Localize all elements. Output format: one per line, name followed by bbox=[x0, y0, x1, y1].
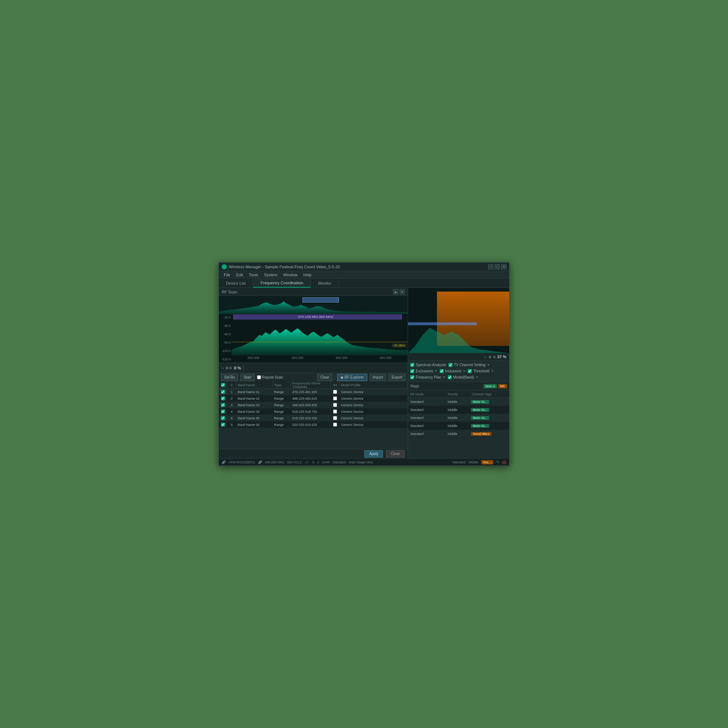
badge-8pte2[interactable]: 8pte-2 bbox=[483, 384, 497, 388]
checkbox-model-band[interactable]: Model(Band) ▼ bbox=[448, 375, 478, 379]
cb-tv-channel[interactable] bbox=[448, 363, 453, 367]
cb-exclusions-label: Exclusions bbox=[416, 369, 433, 373]
ch-priority-5: Middle bbox=[448, 432, 470, 436]
col-header-im: IM bbox=[331, 381, 340, 388]
menu-tools[interactable]: Tools bbox=[246, 271, 262, 278]
sel-rx-button[interactable]: Sel Rx bbox=[221, 374, 238, 381]
band-table: # Band Name Type Frequencies Above Thres… bbox=[219, 381, 408, 458]
rf-scan-header: RF Scan ▲ ✕ bbox=[219, 288, 408, 296]
rf-scan-expand-button[interactable]: ▲ bbox=[393, 289, 398, 294]
ch-rfmode-2: Standard bbox=[410, 408, 446, 412]
cb-spectrum-analyzer[interactable] bbox=[410, 363, 414, 367]
rf-scan-close-button[interactable]: ✕ bbox=[400, 289, 405, 294]
rf-scan-panel: RF Scan ▲ ✕ bbox=[219, 288, 408, 458]
ch-tags-badge-3[interactable]: Main St... bbox=[471, 416, 489, 420]
model-band-chevron[interactable]: ▼ bbox=[476, 376, 478, 379]
close-button[interactable]: ✕ bbox=[501, 264, 506, 269]
export-button[interactable]: Export bbox=[388, 374, 405, 381]
status-val2: 0 bbox=[313, 460, 315, 464]
exclusions-chevron[interactable]: ▼ bbox=[434, 369, 437, 373]
main-spectrum[interactable]: -20.0 -40.0 -60.0 -80.0 -100.0 -120.0 bbox=[219, 314, 408, 362]
clear-button[interactable]: Clear bbox=[317, 374, 332, 381]
checkbox-spectrum-analyzer[interactable]: Spectrum Analyzer bbox=[410, 363, 446, 367]
y-label-5: -100.0 bbox=[219, 349, 231, 353]
threshold-chevron[interactable]: ▼ bbox=[491, 369, 494, 373]
repeat-scan-check: Repeat Scan bbox=[257, 375, 283, 379]
row-im-6[interactable] bbox=[331, 422, 340, 428]
status-tags2: Voc... bbox=[481, 460, 493, 465]
tab-frequency-coordination[interactable]: Frequency Coordination bbox=[253, 278, 311, 288]
ch-tags-badge-4[interactable]: Main St... bbox=[471, 424, 489, 428]
table-row: 6 Band Name 06 Range 520.525-520.625 Gen… bbox=[219, 422, 408, 428]
row-im-4[interactable] bbox=[331, 408, 340, 414]
apply-button[interactable]: Apply bbox=[364, 450, 383, 457]
row-im-1[interactable] bbox=[331, 389, 340, 395]
freq-plan-chevron[interactable]: ▼ bbox=[443, 376, 445, 379]
ch-tags-badge-2[interactable]: Main St... bbox=[471, 408, 489, 412]
checkbox-inclusions[interactable]: Inclusions ▼ bbox=[440, 369, 466, 373]
zoom-icon-left-1[interactable]: ↔ bbox=[221, 366, 225, 370]
menu-help[interactable]: Help bbox=[300, 271, 315, 278]
ch-priority-1: Middle bbox=[448, 400, 470, 404]
checkbox-tv-channel[interactable]: TV Channel Setting ▼ bbox=[448, 363, 490, 367]
menu-system[interactable]: System bbox=[261, 271, 280, 278]
menu-file[interactable]: File bbox=[221, 271, 233, 278]
maximize-button[interactable]: □ bbox=[495, 264, 500, 269]
row-im-3[interactable] bbox=[331, 402, 340, 408]
cb-inclusions[interactable] bbox=[440, 369, 444, 373]
zoom-icon-right-2[interactable]: ⊕ bbox=[488, 355, 491, 359]
menu-window[interactable]: Window bbox=[280, 271, 300, 278]
cb-spectrum-analyzer-label: Spectrum Analyzer bbox=[416, 363, 446, 367]
row-freq-3: 499.925-505.825 bbox=[291, 402, 331, 408]
row-type-1: Range bbox=[273, 389, 291, 395]
menu-edit[interactable]: Edit bbox=[233, 271, 246, 278]
row-check-3[interactable] bbox=[219, 402, 228, 408]
zoom-icon-left-3[interactable]: ⊖ bbox=[229, 366, 232, 370]
zoom-icon-left-2[interactable]: ⊕ bbox=[225, 366, 228, 370]
cb-threshold[interactable] bbox=[468, 369, 472, 373]
status-val1: --/-- bbox=[304, 460, 310, 464]
row-check-5[interactable] bbox=[219, 415, 228, 421]
status-tags: Main Stage Mics bbox=[349, 460, 373, 464]
row-im-2[interactable] bbox=[331, 395, 340, 401]
channel-table-header: RF Mode Priority Channel Tags bbox=[408, 391, 509, 398]
edit-icon[interactable]: ✎ bbox=[496, 460, 499, 465]
cb-freq-plan[interactable] bbox=[410, 375, 414, 379]
import-button[interactable]: Import bbox=[369, 374, 386, 381]
col-header-check bbox=[219, 381, 228, 388]
minimize-button[interactable]: ─ bbox=[488, 264, 493, 269]
close-button[interactable]: Close bbox=[386, 450, 405, 457]
spectrum-toolbar: ↔ ⊕ ⊖ 0 % bbox=[219, 362, 408, 373]
checkbox-exclusions[interactable]: Exclusions ▼ bbox=[410, 369, 437, 373]
zoom-icon-right-3[interactable]: ⊖ bbox=[493, 355, 496, 359]
repeat-scan-checkbox[interactable] bbox=[257, 375, 261, 379]
spectrum-wave: 470.125-662.900 MHz bbox=[231, 314, 408, 355]
start-button[interactable]: Start bbox=[240, 374, 254, 381]
badge-mc[interactable]: MC bbox=[498, 384, 507, 388]
cb-exclusions[interactable] bbox=[410, 369, 414, 373]
row-check-1[interactable] bbox=[219, 389, 228, 395]
tab-monitor[interactable]: Monitor bbox=[311, 278, 339, 288]
select-all-checkbox[interactable] bbox=[221, 383, 225, 387]
zoom-icon-right-1[interactable]: ↔ bbox=[483, 355, 487, 359]
row-check-2[interactable] bbox=[219, 395, 228, 401]
channel-table-body: Standard Middle Main St... Standard Midd… bbox=[408, 398, 509, 458]
row-check-6[interactable] bbox=[219, 422, 228, 428]
row-check-4[interactable] bbox=[219, 408, 228, 414]
power-icon[interactable]: ⏻ bbox=[502, 460, 506, 465]
cb-model-band[interactable] bbox=[448, 375, 452, 379]
checkbox-freq-plan[interactable]: Frequency Plan ▼ bbox=[410, 375, 445, 379]
ch-tags-badge-1[interactable]: Main St... bbox=[471, 400, 489, 404]
inclusions-chevron[interactable]: ▼ bbox=[463, 369, 466, 373]
ch-rfmode-5: Standard bbox=[410, 432, 446, 436]
tab-device-list[interactable]: Device List bbox=[219, 278, 253, 288]
mini-spectrum[interactable] bbox=[219, 296, 408, 314]
rf-explorer-button[interactable]: ◉ RF Explorer bbox=[337, 374, 367, 381]
checkbox-threshold[interactable]: Threshold ▼ bbox=[468, 369, 494, 373]
tv-channel-chevron[interactable]: ▼ bbox=[487, 363, 490, 367]
ch-tags-badge-5[interactable]: Vocal Mics bbox=[471, 432, 491, 436]
mini-freq-selector[interactable] bbox=[303, 297, 339, 303]
row-im-5[interactable] bbox=[331, 415, 340, 421]
table-footer: Apply Close bbox=[219, 449, 408, 458]
table-body: 1 Band Name 01 Range 476.225-481.925 Gen… bbox=[219, 389, 408, 449]
